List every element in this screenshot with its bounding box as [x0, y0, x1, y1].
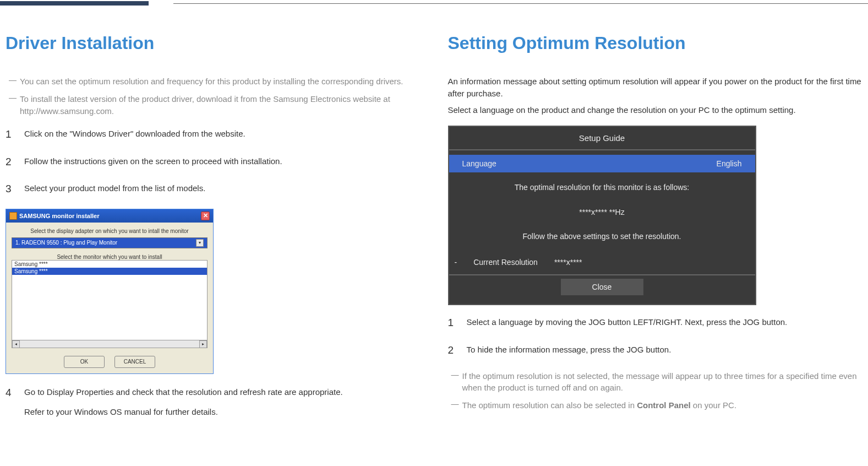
installer-titlebar: SAMSUNG monitor installer ✕: [6, 209, 213, 223]
step-text: Click on the "Windows Driver" downloaded…: [24, 127, 421, 142]
step-1: 1 Click on the "Windows Driver" download…: [6, 127, 421, 142]
ok-button[interactable]: OK: [64, 356, 105, 368]
step-2: 2 To hide the information message, press…: [448, 343, 863, 358]
step-text: Go to Display Properties and check that …: [24, 386, 421, 398]
chevron-down-icon: ▾: [196, 239, 204, 247]
osd-current-value: ****x****: [554, 258, 582, 267]
osd-setup-guide: Setup Guide Language English The optimal…: [448, 126, 756, 305]
osd-title: Setup Guide: [449, 127, 755, 149]
step-number: 2: [6, 154, 14, 170]
step-number: 4: [6, 385, 14, 418]
step-text: Select your product model from the list …: [24, 181, 421, 197]
intro-paragraph: Select a language on the product and cha…: [448, 104, 863, 116]
page-top-rule: [0, 0, 868, 6]
note-item: To install the latest version of the pro…: [6, 93, 421, 117]
step-1: 1 Select a language by moving the JOG bu…: [448, 315, 863, 330]
osd-line: The optimal resolution for this monitor …: [471, 181, 733, 193]
step-subtext: Refer to your Windows OS manual for furt…: [24, 406, 421, 418]
osd-language-row[interactable]: Language English: [449, 155, 755, 172]
left-column: Driver Installation You can set the opti…: [6, 33, 421, 430]
close-icon[interactable]: ✕: [201, 212, 210, 220]
window-title: SAMSUNG monitor installer: [19, 213, 99, 219]
note-item: You can set the optimum resolution and f…: [6, 75, 421, 88]
step-text: To hide the information message, press t…: [467, 343, 863, 358]
divider: [449, 149, 755, 150]
adapter-value: 1. RADEON 9550 : Plug and Play Monitor: [15, 240, 117, 246]
scroll-left-icon[interactable]: ◂: [12, 340, 20, 348]
top-bar-accent: [0, 1, 149, 6]
note-item: If the optimum resolution is not selecte…: [448, 370, 863, 394]
osd-language-value: English: [717, 159, 742, 168]
osd-current-label: Current Resolution: [473, 258, 538, 267]
heading-driver-installation: Driver Installation: [6, 33, 421, 53]
adapter-label: Select the display adapter on which you …: [12, 228, 208, 234]
note-text-part: The optimum resolution can also be selec…: [462, 400, 637, 410]
note-text-part: on your PC.: [691, 400, 736, 410]
top-bar-line: [173, 3, 868, 4]
monitor-label: Select the monitor which you want to ins…: [12, 254, 208, 260]
installer-window: SAMSUNG monitor installer ✕ Select the d…: [6, 209, 214, 374]
note-item: The optimum resolution can also be selec…: [448, 399, 863, 411]
cancel-button[interactable]: CANCEL: [114, 356, 155, 368]
osd-close-button[interactable]: Close: [561, 279, 643, 295]
step-number: 1: [6, 127, 14, 142]
monitor-list[interactable]: Samsung **** Samsung **** ◂ ▸: [12, 260, 208, 348]
osd-resolution: ****x**** **Hz: [471, 206, 733, 218]
list-item[interactable]: Samsung ****: [12, 268, 207, 275]
list-item[interactable]: Samsung ****: [12, 261, 207, 268]
intro-paragraph: An information message about setting opt…: [448, 75, 863, 100]
step-number: 1: [448, 315, 457, 330]
control-panel-label: Control Panel: [637, 400, 691, 410]
step-2: 2 Follow the instructions given on the s…: [6, 154, 421, 170]
scroll-right-icon[interactable]: ▸: [199, 340, 207, 348]
step-text: Select a language by moving the JOG butt…: [467, 315, 863, 330]
adapter-dropdown[interactable]: 1. RADEON 9550 : Plug and Play Monitor ▾: [12, 237, 208, 248]
app-icon: [9, 212, 17, 220]
dash-icon: -: [455, 258, 457, 267]
osd-language-label: Language: [462, 159, 496, 168]
step-4: 4 Go to Display Properties and check tha…: [6, 385, 421, 418]
step-number: 2: [448, 343, 457, 358]
step-text: Follow the instructions given on the scr…: [24, 154, 421, 170]
step-number: 3: [6, 181, 14, 197]
osd-line: Follow the above settings to set the res…: [471, 230, 733, 242]
horizontal-scrollbar[interactable]: ◂ ▸: [12, 340, 207, 348]
step-3: 3 Select your product model from the lis…: [6, 181, 421, 197]
right-column: Setting Optimum Resolution An informatio…: [448, 33, 863, 430]
heading-optimum-resolution: Setting Optimum Resolution: [448, 33, 863, 53]
